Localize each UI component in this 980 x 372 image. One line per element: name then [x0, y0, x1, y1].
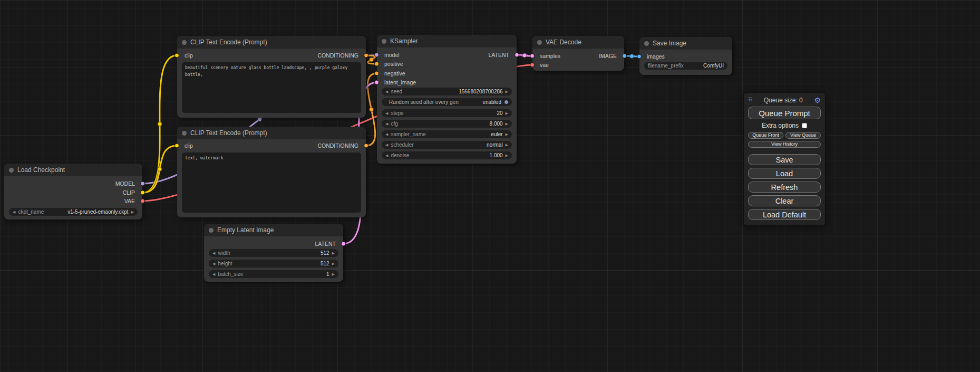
prompt-textarea[interactable]: text, watermark — [182, 152, 361, 213]
decrement-icon[interactable]: ◀ — [212, 272, 215, 276]
settings-gear-icon[interactable]: ⚙ — [814, 97, 821, 104]
decrement-icon[interactable]: ◀ — [212, 251, 215, 255]
extra-options-checkbox[interactable] — [802, 123, 807, 128]
collapse-dot-icon[interactable] — [182, 131, 187, 136]
decrement-icon[interactable]: ◀ — [212, 262, 215, 265]
queue-prompt-button[interactable]: Queue Prompt — [748, 107, 821, 119]
increment-icon[interactable]: ▶ — [506, 154, 508, 157]
output-slot-vae[interactable] — [140, 199, 145, 204]
widget-scheduler[interactable]: ◀ scheduler normal ▶ — [382, 141, 512, 149]
output-label: CLIP — [123, 189, 135, 196]
collapse-dot-icon[interactable] — [9, 168, 14, 173]
node-title-bar[interactable]: Save Image — [639, 37, 732, 50]
output-slot-image[interactable] — [622, 54, 627, 59]
clear-button[interactable]: Clear — [748, 195, 821, 206]
decrement-icon[interactable]: ◀ — [385, 143, 388, 147]
node-vae-decode[interactable]: VAE Decode samples IMAGE vae — [532, 36, 624, 71]
node-title-bar[interactable]: Load Checkpoint — [4, 164, 142, 176]
decrement-icon[interactable]: ◀ — [385, 90, 388, 93]
input-label: clip — [185, 52, 193, 59]
node-title-bar[interactable]: KSampler — [377, 35, 517, 47]
node-clip-text-encode-negative[interactable]: CLIP Text Encode (Prompt) clip CONDITION… — [177, 127, 366, 217]
widget-random-seed-toggle[interactable]: Random seed after every gen enabled — [382, 98, 512, 106]
input-slot-vae[interactable] — [530, 63, 535, 68]
queue-size-label: Queue size: 0 — [752, 97, 814, 104]
widget-width[interactable]: ◀ width 512 ▶ — [209, 249, 338, 257]
widget-ckpt-name[interactable]: ◀ ckpt_name v1-5-pruned-emaonly.ckpt ▶ — [9, 208, 138, 216]
output-label: IMAGE — [599, 53, 617, 59]
slot-row: images — [639, 53, 732, 60]
node-title-bar[interactable]: CLIP Text Encode (Prompt) — [177, 36, 366, 49]
drag-handle-icon[interactable]: ⠿ — [748, 97, 752, 103]
output-slot-clip[interactable] — [140, 190, 145, 195]
canvas[interactable]: Load Checkpoint MODEL CLIP VAE ◀ ckpt_na… — [0, 0, 980, 372]
prompt-textarea[interactable]: beautiful scenery nature glass bottle la… — [182, 62, 361, 113]
widget-height[interactable]: ◀ height 512 ▶ — [209, 260, 338, 268]
node-save-image[interactable]: Save Image images filename_prefix ComfyU… — [639, 37, 732, 75]
input-slot-clip[interactable] — [174, 53, 179, 58]
widget-filename-prefix[interactable]: filename_prefix ComfyUI — [644, 62, 727, 70]
view-queue-button[interactable]: View Queue — [785, 132, 821, 139]
collapse-dot-icon[interactable] — [382, 39, 386, 44]
increment-icon[interactable]: ▶ — [506, 111, 508, 115]
decrement-icon[interactable]: ◀ — [385, 111, 388, 115]
widget-batch-size[interactable]: ◀ batch_size 1 ▶ — [209, 270, 338, 278]
increment-icon[interactable]: ▶ — [506, 122, 508, 126]
input-slot-samples[interactable] — [530, 54, 535, 59]
output-slot-latent[interactable] — [341, 242, 346, 246]
decrement-icon[interactable]: ◀ — [13, 210, 15, 214]
slot-row: model LATENT — [377, 51, 517, 59]
widget-value: v1-5-pruned-emaonly.ckpt — [67, 209, 128, 215]
input-slot-negative[interactable] — [374, 71, 379, 76]
node-title-bar[interactable]: CLIP Text Encode (Prompt) — [177, 127, 366, 139]
collapse-dot-icon[interactable] — [209, 228, 214, 233]
widget-denoise[interactable]: ◀ denoise 1.000 ▶ — [382, 151, 512, 159]
output-slot-conditioning[interactable] — [364, 144, 368, 148]
collapse-dot-icon[interactable] — [644, 41, 649, 46]
increment-icon[interactable]: ▶ — [506, 132, 508, 136]
node-clip-text-encode-positive[interactable]: CLIP Text Encode (Prompt) clip CONDITION… — [177, 36, 366, 118]
output-slot-model[interactable] — [140, 182, 145, 186]
widget-seed[interactable]: ◀ seed 156680208700286 ▶ — [382, 88, 512, 96]
input-slot-positive[interactable] — [374, 62, 379, 66]
load-button[interactable]: Load — [748, 168, 821, 179]
widget-sampler-name[interactable]: ◀ sampler_name euler ▶ — [382, 130, 512, 138]
load-default-button[interactable]: Load Default — [748, 209, 821, 220]
decrement-icon[interactable]: ◀ — [385, 132, 388, 136]
output-slot-conditioning[interactable] — [364, 53, 368, 58]
increment-icon[interactable]: ▶ — [332, 272, 335, 276]
node-load-checkpoint[interactable]: Load Checkpoint MODEL CLIP VAE ◀ ckpt_na… — [4, 164, 142, 220]
save-button[interactable]: Save — [748, 154, 821, 165]
decrement-icon[interactable]: ◀ — [385, 122, 388, 126]
node-ksampler[interactable]: KSampler model LATENT positive negative … — [377, 35, 517, 164]
increment-icon[interactable]: ▶ — [506, 90, 508, 93]
refresh-button[interactable]: Refresh — [748, 182, 821, 193]
node-empty-latent-image[interactable]: Empty Latent Image LATENT ◀ width 512 ▶ … — [204, 224, 343, 282]
node-title: VAE Decode — [546, 39, 581, 46]
increment-icon[interactable]: ▶ — [332, 251, 335, 255]
input-slot-clip[interactable] — [174, 144, 179, 148]
node-title-bar[interactable]: VAE Decode — [532, 36, 624, 49]
node-title-bar[interactable]: Empty Latent Image — [204, 224, 343, 236]
increment-icon[interactable]: ▶ — [131, 210, 134, 214]
queue-front-button[interactable]: Queue Front — [748, 132, 783, 139]
collapse-dot-icon[interactable] — [182, 40, 187, 45]
input-slot-latent-image[interactable] — [374, 80, 379, 85]
widget-value: 20 — [497, 110, 502, 116]
input-slot-images[interactable] — [637, 54, 642, 59]
decrement-icon[interactable]: ◀ — [385, 154, 388, 157]
input-slot-model[interactable] — [374, 53, 379, 58]
increment-icon[interactable]: ▶ — [332, 262, 335, 265]
toggle-dot-icon[interactable] — [504, 100, 509, 104]
widget-label: denoise — [391, 152, 409, 158]
widget-steps[interactable]: ◀ steps 20 ▶ — [382, 109, 512, 117]
widget-value: enabled — [482, 99, 501, 105]
increment-icon[interactable]: ▶ — [506, 143, 508, 147]
view-history-button[interactable]: View History — [748, 141, 821, 148]
collapse-dot-icon[interactable] — [537, 40, 542, 45]
widget-label: width — [218, 250, 230, 256]
extra-options-label: Extra options — [762, 122, 799, 129]
input-label: negative — [384, 70, 405, 77]
widget-cfg[interactable]: ◀ cfg 8.000 ▶ — [382, 120, 512, 128]
output-slot-latent[interactable] — [515, 53, 519, 58]
